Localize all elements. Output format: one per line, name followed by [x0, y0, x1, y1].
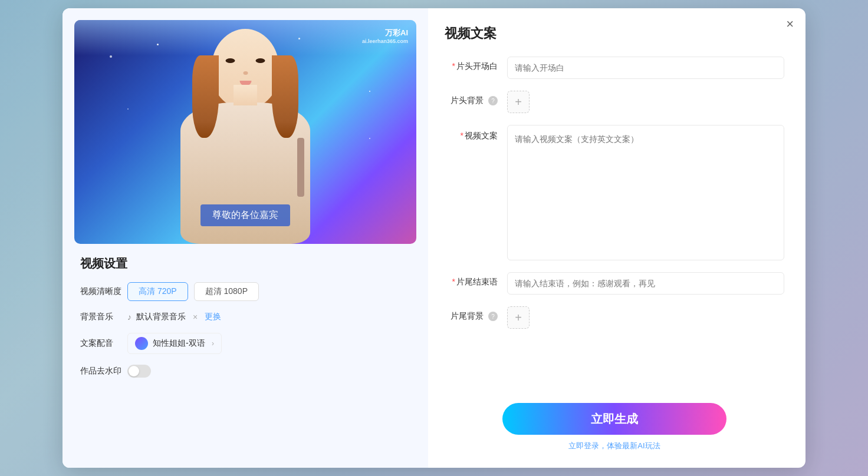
- footer-bg-row: 片尾背景 ? +: [445, 306, 784, 329]
- music-row: 背景音乐 ♪ 默认背景音乐 × 更换: [80, 312, 410, 322]
- caption-box: 尊敬的各位嘉宾: [200, 204, 290, 226]
- watermark-brand: 万彩AI: [362, 28, 408, 38]
- footer-bg-help-icon[interactable]: ?: [488, 312, 498, 321]
- video-preview: 万彩AI ai.leerhan365.com: [74, 20, 416, 244]
- music-note-icon: ♪: [127, 312, 131, 322]
- script-row: *视频文案: [445, 125, 784, 260]
- generate-section: 立即生成 立即登录，体验最新AI玩法: [445, 391, 784, 451]
- close-button[interactable]: ×: [786, 18, 794, 31]
- panel-title: 视频文案: [445, 25, 784, 42]
- quality-row: 视频清晰度 高清 720P 超清 1080P: [80, 282, 410, 301]
- right-panel: 视频文案 *片头开场白 片头背景 ? +: [428, 8, 805, 468]
- watermark-url: ai.leerhan365.com: [362, 38, 408, 45]
- footer-bg-add-button[interactable]: +: [507, 306, 530, 329]
- opening-row: *片头开场白: [445, 57, 784, 79]
- login-hint: 立即登录，体验最新AI玩法: [568, 441, 660, 451]
- music-clear-button[interactable]: ×: [193, 312, 198, 322]
- music-name: 默认背景音乐: [136, 312, 186, 322]
- modal-container: 万彩AI ai.leerhan365.com: [63, 8, 805, 468]
- generate-button[interactable]: 立即生成: [502, 403, 726, 435]
- required-star: *: [461, 131, 463, 140]
- avatar-hair-left: [192, 55, 219, 138]
- header-bg-label-group: 片头背景 ?: [445, 95, 498, 106]
- voice-row: 文案配音 知性姐姐-双语 ›: [80, 333, 410, 354]
- quality-1080p-button[interactable]: 超清 1080P: [194, 282, 259, 301]
- voice-arrow-icon: ›: [212, 339, 214, 348]
- script-label: *视频文案: [445, 125, 498, 141]
- avatar-hair-right: [272, 55, 298, 138]
- closing-label: *片尾结束语: [445, 272, 498, 287]
- video-settings-panel: 视频设置 视频清晰度 高清 720P 超清 1080P 背景音乐 ♪ 默认背景音…: [74, 244, 416, 388]
- star-decoration: [369, 91, 370, 92]
- footer-bg-label-group: 片尾背景 ?: [445, 311, 498, 322]
- watermark: 万彩AI ai.leerhan365.com: [362, 28, 408, 45]
- login-link[interactable]: 立即登录，体验最新AI玩法: [568, 441, 660, 450]
- required-star: *: [452, 61, 455, 71]
- quality-buttons: 高清 720P 超清 1080P: [127, 282, 259, 301]
- music-label: 背景音乐: [80, 312, 127, 322]
- voice-avatar-icon: [135, 337, 148, 350]
- star-decoration: [110, 55, 112, 58]
- opening-input[interactable]: [507, 57, 784, 79]
- music-selector: ♪ 默认背景音乐 × 更换: [127, 312, 410, 322]
- header-bg-label-wrap: 片头背景 ?: [445, 91, 498, 106]
- voice-selector[interactable]: 知性姐姐-双语 ›: [127, 333, 222, 354]
- closing-row: *片尾结束语: [445, 272, 784, 295]
- watermark-toggle[interactable]: [127, 365, 151, 378]
- star-decoration: [369, 138, 370, 139]
- music-change-button[interactable]: 更换: [205, 312, 221, 322]
- closing-input[interactable]: [507, 272, 784, 295]
- header-bg-add-button[interactable]: +: [507, 91, 530, 113]
- quality-720p-button[interactable]: 高清 720P: [127, 282, 188, 301]
- modal-overlay: 万彩AI ai.leerhan365.com: [0, 0, 868, 476]
- required-star: *: [452, 277, 455, 286]
- star-decoration: [127, 108, 129, 110]
- voice-label: 文案配音: [80, 338, 127, 349]
- settings-title: 视频设置: [80, 256, 410, 272]
- footer-bg-label-wrap: 片尾背景 ?: [445, 306, 498, 322]
- header-bg-row: 片头背景 ? +: [445, 91, 784, 113]
- header-bg-help-icon[interactable]: ?: [488, 96, 498, 105]
- opening-label: *片头开场白: [445, 57, 498, 72]
- toggle-knob: [129, 366, 139, 376]
- left-panel: 万彩AI ai.leerhan365.com: [63, 8, 428, 468]
- watermark-label: 作品去水印: [80, 366, 127, 376]
- watermark-row: 作品去水印: [80, 365, 410, 378]
- quality-label: 视频清晰度: [80, 286, 127, 297]
- script-textarea[interactable]: [507, 125, 784, 260]
- voice-name: 知性姐姐-双语: [153, 338, 207, 349]
